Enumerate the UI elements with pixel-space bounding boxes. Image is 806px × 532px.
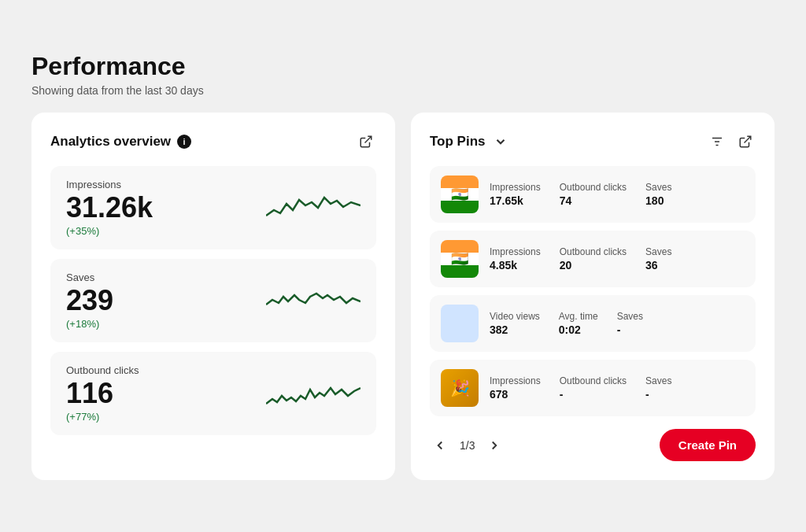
create-pin-button[interactable]: Create Pin: [660, 429, 756, 461]
outbound-clicks-metric: Outbound clicks 116 (+77%): [50, 352, 376, 435]
pin-stat-saves-value-3: -: [617, 323, 643, 336]
svg-line-4: [745, 136, 751, 142]
saves-metric: Saves 239 (+18%): [50, 259, 376, 342]
pin-stat-impressions-label-1: Impressions: [490, 182, 541, 193]
page-title: Performance: [31, 52, 775, 81]
svg-line-0: [365, 136, 372, 142]
analytics-card-title: Analytics overview: [50, 134, 171, 150]
pin-stat-clicks-label-1: Outbound clicks: [560, 182, 627, 193]
clicks-sparkline: [266, 374, 360, 413]
pin-stat-impressions-4: Impressions 678: [490, 375, 541, 401]
pin-stat-avgtime-value-3: 0:02: [559, 323, 598, 336]
saves-sparkline: [266, 281, 360, 320]
pin-thumb-2: 🇮🇳: [441, 240, 479, 278]
pin-stat-clicks-2: Outbound clicks 20: [560, 246, 627, 272]
pin-row-3: Video views 382 Avg. time 0:02 Saves -: [430, 295, 756, 352]
pin-stat-saves-2: Saves 36: [645, 246, 671, 272]
pin-stat-saves-1: Saves 180: [645, 182, 671, 207]
pin-stat-impressions-value-2: 4.85k: [490, 259, 541, 272]
chevron-down-icon: [494, 135, 508, 149]
pin-stat-saves-value-4: -: [645, 388, 671, 401]
pin-stat-views-3: Video views 382: [490, 311, 540, 336]
saves-value: 239: [66, 286, 113, 315]
impressions-label: Impressions: [66, 179, 153, 190]
pin-stat-clicks-label-4: Outbound clicks: [560, 375, 627, 386]
pin-stat-saves-label-2: Saves: [645, 246, 671, 257]
pin-stats-1: Impressions 17.65k Outbound clicks 74 Sa…: [490, 182, 745, 207]
top-pins-card: Top Pins: [411, 113, 775, 480]
top-pins-filter-button[interactable]: [707, 131, 727, 152]
external-link-icon: [359, 135, 373, 149]
top-pins-card-title: Top Pins: [430, 134, 486, 150]
pagination-controls: 1/3: [430, 435, 505, 456]
chevron-right-icon: [487, 438, 501, 453]
pin-stat-saves-label-4: Saves: [645, 375, 671, 386]
pin-stats-2: Impressions 4.85k Outbound clicks 20 Sav…: [490, 246, 745, 272]
pin-stat-saves-3: Saves -: [617, 311, 643, 336]
pin-thumb-flag-1: 🇮🇳: [441, 175, 479, 213]
impressions-change: (+35%): [66, 225, 153, 237]
pin-stat-impressions-label-4: Impressions: [490, 375, 541, 386]
pin-thumb-4: 🎉: [441, 369, 479, 407]
page-subtitle: Showing data from the last 30 days: [31, 84, 775, 97]
pin-thumb-yellow-4: 🎉: [441, 369, 479, 407]
outbound-clicks-change: (+77%): [66, 411, 139, 423]
pin-stat-saves-value-1: 180: [645, 194, 671, 207]
pin-stat-impressions-value-1: 17.65k: [490, 194, 541, 207]
pin-stat-clicks-value-4: -: [560, 388, 627, 401]
pin-stat-clicks-1: Outbound clicks 74: [560, 182, 627, 207]
impressions-metric-text: Impressions 31.26k (+35%): [66, 179, 153, 237]
pin-stat-impressions-2: Impressions 4.85k: [490, 246, 541, 272]
saves-change: (+18%): [66, 318, 113, 330]
analytics-header-left: Analytics overview i: [50, 134, 191, 150]
pin-stat-views-label-3: Video views: [490, 311, 540, 322]
top-pins-header-left: Top Pins: [430, 131, 511, 152]
pin-thumb-flag-2: 🇮🇳: [441, 240, 479, 278]
pin-stat-clicks-value-1: 74: [560, 194, 627, 207]
top-pins-header-icons: [707, 131, 756, 152]
pin-stats-4: Impressions 678 Outbound clicks - Saves …: [490, 375, 745, 401]
pin-stat-saves-label-3: Saves: [617, 311, 643, 322]
analytics-card: Analytics overview i Impressions 31.26k …: [31, 113, 395, 480]
next-page-button[interactable]: [484, 435, 505, 456]
dashboard-grid: Analytics overview i Impressions 31.26k …: [31, 113, 775, 480]
pin-stat-avgtime-3: Avg. time 0:02: [559, 311, 598, 336]
pin-stat-impressions-value-4: 678: [490, 388, 541, 401]
top-pins-card-header: Top Pins: [430, 131, 756, 152]
pin-stat-avgtime-label-3: Avg. time: [559, 311, 598, 322]
impressions-metric: Impressions 31.26k (+35%): [50, 166, 376, 249]
pagination-bar: 1/3 Create Pin: [430, 429, 756, 461]
pin-row-2: 🇮🇳 Impressions 4.85k Outbound clicks 20 …: [430, 231, 756, 287]
analytics-card-header: Analytics overview i: [50, 131, 376, 152]
pin-stat-saves-value-2: 36: [645, 259, 671, 272]
pin-stats-3: Video views 382 Avg. time 0:02 Saves -: [490, 311, 745, 336]
outbound-clicks-label: Outbound clicks: [66, 364, 139, 376]
page-indicator: 1/3: [460, 439, 475, 452]
outbound-clicks-value: 116: [66, 379, 139, 408]
saves-metric-text: Saves 239 (+18%): [66, 272, 113, 330]
pin-stat-saves-label-1: Saves: [645, 182, 671, 193]
pin-stat-impressions-label-2: Impressions: [490, 246, 541, 257]
pin-row-4: 🎉 Impressions 678 Outbound clicks - Save…: [430, 360, 756, 416]
pin-row-1: 🇮🇳 Impressions 17.65k Outbound clicks 74…: [430, 166, 756, 223]
chevron-left-icon: [433, 438, 447, 453]
pin-stat-clicks-value-2: 20: [560, 259, 627, 272]
prev-page-button[interactable]: [430, 435, 450, 456]
external-link-icon-2: [738, 135, 752, 149]
pin-thumb-3: [441, 305, 479, 342]
info-icon[interactable]: i: [177, 135, 191, 149]
pin-stat-clicks-4: Outbound clicks -: [560, 375, 627, 401]
saves-label: Saves: [66, 272, 113, 283]
top-pins-dropdown-button[interactable]: [490, 131, 511, 152]
page-wrapper: Performance Showing data from the last 3…: [16, 28, 790, 504]
top-pins-export-button[interactable]: [735, 131, 756, 152]
pin-stat-saves-4: Saves -: [645, 375, 671, 401]
impressions-value: 31.26k: [66, 194, 153, 222]
pin-stat-impressions-1: Impressions 17.65k: [490, 182, 541, 207]
filter-icon: [710, 135, 724, 149]
outbound-clicks-metric-text: Outbound clicks 116 (+77%): [66, 364, 139, 423]
analytics-export-button[interactable]: [356, 131, 376, 152]
pin-thumb-1: 🇮🇳: [441, 175, 479, 213]
pin-stat-views-value-3: 382: [490, 323, 540, 336]
impressions-sparkline: [266, 188, 360, 227]
